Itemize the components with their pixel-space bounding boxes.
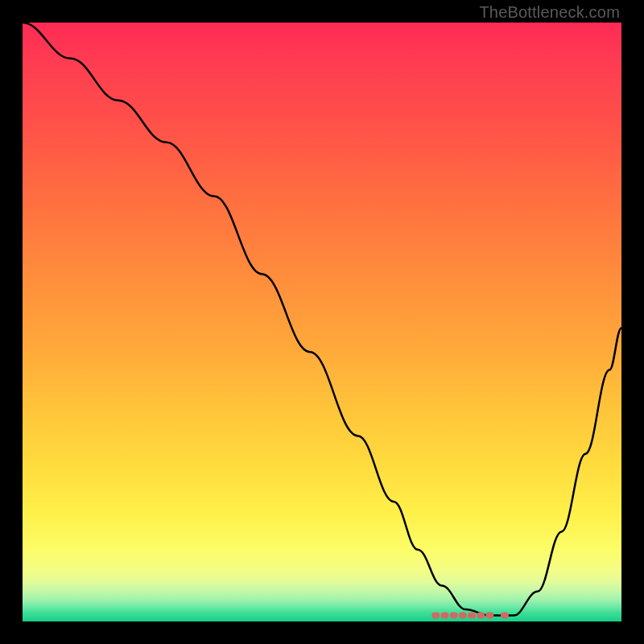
optimal-marker: [459, 613, 467, 619]
plot-area: [23, 23, 621, 621]
optimal-marker: [485, 613, 493, 619]
optimal-marker: [468, 613, 476, 619]
optimal-marker: [450, 613, 458, 619]
chart-frame: TheBottleneck.com: [0, 0, 644, 644]
optimal-marker: [441, 613, 449, 619]
chart-svg: [23, 23, 621, 621]
optimal-marker: [477, 613, 485, 619]
watermark-text: TheBottleneck.com: [479, 3, 620, 22]
optimal-marker: [431, 613, 440, 619]
optimal-marker: [501, 613, 509, 619]
bottleneck-curve-path: [23, 23, 621, 616]
